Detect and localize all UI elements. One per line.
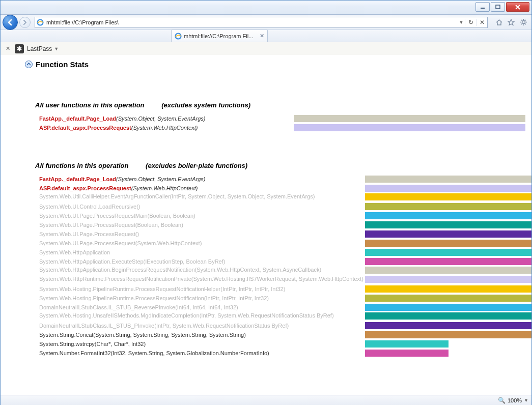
addon-bar: ✕ ✱ LastPass ▼ bbox=[1, 42, 531, 55]
zoom-icon[interactable]: 🔍 bbox=[498, 397, 506, 404]
refresh-button[interactable]: ↻ bbox=[465, 19, 476, 26]
function-label[interactable]: System.Web.UI.Control.LoadRecursive() bbox=[39, 204, 365, 210]
function-label[interactable]: System.Web.UI.Page.ProcessRequest() bbox=[39, 231, 365, 237]
function-row: System.Web.UI.Page.ProcessRequest(System… bbox=[39, 239, 531, 247]
function-bar bbox=[365, 267, 531, 274]
function-label[interactable]: System.Web.Hosting.UnsafeIISMethods.MgdI… bbox=[39, 312, 365, 321]
page-title: Function Stats bbox=[36, 60, 89, 69]
function-row: System.Web.HttpApplication.BeginProcessR… bbox=[39, 266, 531, 275]
function-label[interactable]: DomainNeutralILStubClass.IL_STUB_PInvoke… bbox=[39, 323, 365, 329]
svg-line-10 bbox=[521, 20, 522, 20]
function-row: System.Web.Hosting.PipelineRuntime.Proce… bbox=[39, 294, 531, 302]
function-label[interactable]: ASP.default_aspx.ProcessRequest(System.W… bbox=[39, 125, 294, 131]
function-label[interactable]: System.Web.Hosting.PipelineRuntime.Proce… bbox=[39, 286, 365, 292]
function-label[interactable]: System.String.wstrcpy(Char*, Char*, Int3… bbox=[39, 341, 365, 347]
section2-aside: (excludes boiler-plate functions) bbox=[146, 162, 247, 169]
section1-table: FastApp._default.Page_Load(System.Object… bbox=[1, 109, 531, 132]
function-bar bbox=[365, 322, 531, 329]
function-label[interactable]: System.Web.UI.Page.ProcessRequestMain(Bo… bbox=[39, 213, 365, 219]
tab-title: mhtml:file://C:\Program Fil... bbox=[184, 33, 253, 39]
function-label[interactable]: System.Web.UI.Page.ProcessRequest(Boolea… bbox=[39, 222, 365, 228]
tab-close-icon[interactable]: ✕ bbox=[260, 33, 264, 39]
addon-close-icon[interactable]: ✕ bbox=[4, 45, 12, 52]
function-bar bbox=[365, 350, 531, 357]
function-label[interactable]: System.Web.Hosting.PipelineRuntime.Proce… bbox=[39, 295, 365, 301]
function-row: System.String.Concat(System.String, Syst… bbox=[39, 330, 531, 339]
function-row: DomainNeutralILStubClass.IL_STUB_Reverse… bbox=[39, 303, 531, 311]
address-text[interactable]: mhtml:file://C:\Program Files\ bbox=[45, 19, 458, 25]
svg-rect-1 bbox=[496, 5, 500, 9]
section1-heading: All user functions in this operation bbox=[35, 101, 145, 109]
function-row: FastApp._default.Page_Load(System.Object… bbox=[39, 175, 531, 183]
function-bar bbox=[365, 295, 531, 302]
function-row: System.Web.Hosting.UnsafeIISMethods.MgdI… bbox=[39, 312, 531, 321]
navigation-bar: mhtml:file://C:\Program Files\ ▼ ↻ ✕ bbox=[1, 15, 531, 30]
status-bar: 🔍 100% ▼ bbox=[1, 395, 531, 405]
function-bar bbox=[365, 221, 531, 228]
function-bar bbox=[365, 258, 531, 265]
function-label[interactable]: ASP.default_aspx.ProcessRequest(System.W… bbox=[39, 185, 365, 191]
stop-button[interactable]: ✕ bbox=[476, 19, 487, 26]
function-label[interactable]: System.Web.HttpRuntime.ProcessRequestNot… bbox=[39, 275, 365, 284]
function-row: System.Number.FormatInt32(Int32, System.… bbox=[39, 349, 531, 357]
content-viewport[interactable]: Function Stats All user functions in thi… bbox=[1, 55, 531, 395]
tools-icon[interactable] bbox=[518, 17, 528, 27]
addon-dropdown-icon[interactable]: ▼ bbox=[54, 46, 59, 51]
collapse-toggle[interactable] bbox=[25, 61, 33, 68]
svg-line-11 bbox=[525, 24, 525, 24]
browser-tab[interactable]: mhtml:file://C:\Program Fil... ✕ bbox=[171, 30, 268, 42]
zoom-label[interactable]: 100% bbox=[508, 397, 522, 403]
function-label[interactable]: FastApp._default.Page_Load(System.Object… bbox=[39, 176, 365, 182]
window-titlebar bbox=[1, 1, 531, 15]
function-bar bbox=[365, 203, 531, 210]
close-button[interactable] bbox=[506, 2, 529, 12]
function-bar bbox=[365, 185, 531, 192]
section1-aside: (excludes system functions) bbox=[161, 101, 250, 109]
tab-strip: mhtml:file://C:\Program Fil... ✕ bbox=[1, 30, 531, 42]
svg-line-13 bbox=[521, 24, 522, 24]
address-bar[interactable]: mhtml:file://C:\Program Files\ ▼ ↻ ✕ bbox=[35, 17, 488, 28]
function-row: System.Web.Util.CalliHelper.EventArgFunc… bbox=[39, 193, 531, 201]
function-bar bbox=[365, 176, 531, 183]
ie-icon bbox=[175, 33, 182, 40]
minimize-button[interactable] bbox=[475, 2, 490, 12]
section2-table: FastApp._default.Page_Load(System.Object… bbox=[1, 169, 531, 357]
lastpass-icon[interactable]: ✱ bbox=[15, 44, 24, 53]
function-row: System.Web.HttpRuntime.ProcessRequestNot… bbox=[39, 275, 531, 284]
maximize-button[interactable] bbox=[491, 2, 505, 12]
ie-icon bbox=[35, 19, 45, 26]
function-label[interactable]: System.Number.FormatInt32(Int32, System.… bbox=[39, 350, 365, 356]
function-row: System.Web.UI.Page.ProcessRequest() bbox=[39, 229, 531, 238]
function-row: System.Web.Hosting.PipelineRuntime.Proce… bbox=[39, 284, 531, 293]
favorites-icon[interactable] bbox=[506, 17, 516, 27]
zoom-dropdown-icon[interactable]: ▼ bbox=[524, 398, 528, 403]
function-label[interactable]: FastApp._default.Page_Load(System.Object… bbox=[39, 115, 294, 122]
function-row: System.Web.UI.Control.LoadRecursive() bbox=[39, 202, 531, 211]
function-label[interactable]: System.Web.UI.Page.ProcessRequest(System… bbox=[39, 240, 365, 246]
function-label[interactable]: DomainNeutralILStubClass.IL_STUB_Reverse… bbox=[39, 304, 365, 310]
function-label[interactable]: System.String.Concat(System.String, Syst… bbox=[39, 332, 365, 338]
function-label[interactable]: System.Web.HttpApplication.ExecuteStep(I… bbox=[39, 258, 365, 265]
address-dropdown[interactable]: ▼ bbox=[458, 20, 465, 25]
svg-line-12 bbox=[525, 20, 525, 20]
function-row: DomainNeutralILStubClass.IL_STUB_PInvoke… bbox=[39, 321, 531, 330]
svg-point-5 bbox=[522, 21, 525, 24]
function-row: ASP.default_aspx.ProcessRequest(System.W… bbox=[39, 123, 531, 132]
function-row: System.Web.HttpApplication bbox=[39, 248, 531, 256]
function-row: System.Web.UI.Page.ProcessRequest(Boolea… bbox=[39, 220, 531, 229]
function-bar bbox=[365, 212, 531, 219]
function-bar bbox=[365, 312, 531, 320]
back-button[interactable] bbox=[3, 15, 18, 30]
function-row: FastApp._default.Page_Load(System.Object… bbox=[39, 114, 531, 123]
home-icon[interactable] bbox=[494, 17, 504, 27]
function-label[interactable]: System.Web.HttpApplication.BeginProcessR… bbox=[39, 266, 365, 275]
function-bar bbox=[294, 115, 525, 122]
addon-label[interactable]: LastPass bbox=[27, 45, 52, 52]
function-bar bbox=[365, 240, 531, 247]
function-row: System.Web.UI.Page.ProcessRequestMain(Bo… bbox=[39, 211, 531, 220]
function-label[interactable]: System.Web.HttpApplication bbox=[39, 249, 365, 255]
function-label[interactable]: System.Web.Util.CalliHelper.EventArgFunc… bbox=[39, 193, 365, 201]
forward-button[interactable] bbox=[19, 17, 31, 28]
section2-heading: All functions in this operation bbox=[35, 162, 128, 169]
function-bar bbox=[365, 276, 531, 283]
